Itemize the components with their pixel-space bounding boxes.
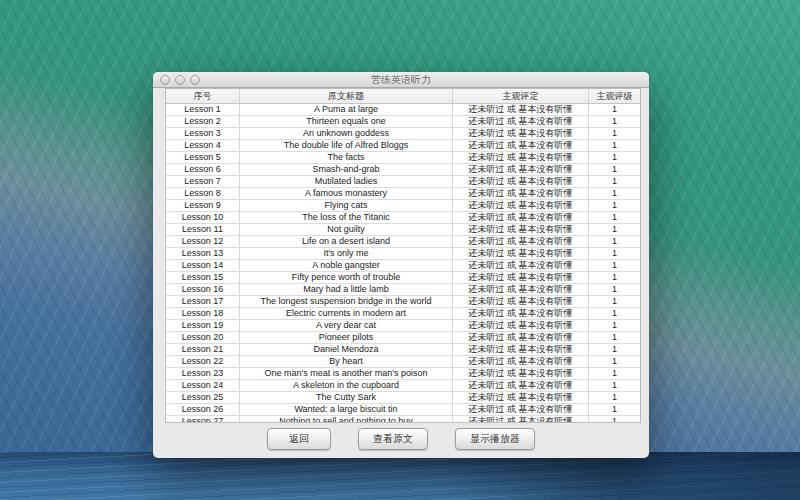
cell-rating: 1 (589, 416, 640, 423)
cell-title: Mary had a little lamb (240, 284, 453, 295)
cell-rating: 1 (589, 344, 640, 355)
cell-assessment: 还未听过 或 基本没有听懂 (453, 308, 589, 319)
cell-title: An unknown goddess (240, 128, 453, 139)
cell-assessment: 还未听过 或 基本没有听懂 (453, 260, 589, 271)
table-row[interactable]: Lesson 9Flying cats还未听过 或 基本没有听懂1 (166, 200, 640, 212)
cell-assessment: 还未听过 或 基本没有听懂 (453, 380, 589, 391)
cell-title: Daniel Mendoza (240, 344, 453, 355)
cell-assessment: 还未听过 或 基本没有听懂 (453, 236, 589, 247)
cell-num: Lesson 11 (166, 224, 240, 235)
cell-title: The facts (240, 152, 453, 163)
cell-num: Lesson 9 (166, 200, 240, 211)
cell-rating: 1 (589, 356, 640, 367)
titlebar[interactable]: 苦练英语听力 (153, 72, 649, 88)
cell-title: Smash-and-grab (240, 164, 453, 175)
cell-assessment: 还未听过 或 基本没有听懂 (453, 416, 589, 423)
table-row[interactable]: Lesson 10The loss of the Titanic还未听过 或 基… (166, 212, 640, 224)
cell-num: Lesson 17 (166, 296, 240, 307)
cell-title: Fifty pence worth of trouble (240, 272, 453, 283)
table-row[interactable]: Lesson 2Thirteen equals one还未听过 或 基本没有听懂… (166, 116, 640, 128)
view-original-text-button[interactable]: 查看原文 (358, 428, 428, 450)
cell-title: Nothing to sell and nothing to buy (240, 416, 453, 423)
app-window: 苦练英语听力 序号 原文标题 主观评定 主观评级 Lesson 1A Puma … (153, 72, 649, 458)
table-row[interactable]: Lesson 13It's only me还未听过 或 基本没有听懂1 (166, 248, 640, 260)
table-row[interactable]: Lesson 18Electric currents in modern art… (166, 308, 640, 320)
lessons-table: 序号 原文标题 主观评定 主观评级 Lesson 1A Puma at larg… (165, 88, 641, 423)
cell-rating: 1 (589, 224, 640, 235)
table-row[interactable]: Lesson 8A famous monastery还未听过 或 基本没有听懂1 (166, 188, 640, 200)
cell-rating: 1 (589, 380, 640, 391)
cell-num: Lesson 2 (166, 116, 240, 127)
cell-rating: 1 (589, 404, 640, 415)
table-row[interactable]: Lesson 26Wanted: a large biscuit tin还未听过… (166, 404, 640, 416)
cell-rating: 1 (589, 128, 640, 139)
cell-assessment: 还未听过 或 基本没有听懂 (453, 104, 589, 115)
cell-assessment: 还未听过 或 基本没有听懂 (453, 272, 589, 283)
cell-title: A famous monastery (240, 188, 453, 199)
cell-assessment: 还未听过 或 基本没有听懂 (453, 320, 589, 331)
cell-assessment: 还未听过 或 基本没有听懂 (453, 296, 589, 307)
table-row[interactable]: Lesson 17The longest suspension bridge i… (166, 296, 640, 308)
table-row[interactable]: Lesson 22By heart还未听过 或 基本没有听懂1 (166, 356, 640, 368)
cell-num: Lesson 23 (166, 368, 240, 379)
table-row[interactable]: Lesson 6Smash-and-grab还未听过 或 基本没有听懂1 (166, 164, 640, 176)
table-row[interactable]: Lesson 4The double life of Alfred Bloggs… (166, 140, 640, 152)
cell-title: Not guilty (240, 224, 453, 235)
cell-title: Thirteen equals one (240, 116, 453, 127)
cell-title: A skeleton in the cupboard (240, 380, 453, 391)
cell-num: Lesson 4 (166, 140, 240, 151)
cell-rating: 1 (589, 368, 640, 379)
cell-assessment: 还未听过 或 基本没有听懂 (453, 140, 589, 151)
table-row[interactable]: Lesson 14A noble gangster还未听过 或 基本没有听懂1 (166, 260, 640, 272)
cell-num: Lesson 6 (166, 164, 240, 175)
table-row[interactable]: Lesson 11Not guilty还未听过 或 基本没有听懂1 (166, 224, 640, 236)
column-header-assessment[interactable]: 主观评定 (453, 89, 589, 103)
back-button[interactable]: 返回 (267, 428, 331, 450)
cell-num: Lesson 12 (166, 236, 240, 247)
cell-assessment: 还未听过 或 基本没有听懂 (453, 224, 589, 235)
column-header-rating[interactable]: 主观评级 (589, 89, 640, 103)
table-row[interactable]: Lesson 15Fifty pence worth of trouble还未听… (166, 272, 640, 284)
cell-title: A very dear cat (240, 320, 453, 331)
cell-title: The longest suspension bridge in the wor… (240, 296, 453, 307)
cell-title: Life on a desert island (240, 236, 453, 247)
cell-assessment: 还未听过 或 基本没有听懂 (453, 176, 589, 187)
table-row[interactable]: Lesson 1A Puma at large还未听过 或 基本没有听懂1 (166, 104, 640, 116)
column-header-title[interactable]: 原文标题 (240, 89, 453, 103)
table-row[interactable]: Lesson 12Life on a desert island还未听过 或 基… (166, 236, 640, 248)
cell-assessment: 还未听过 或 基本没有听懂 (453, 392, 589, 403)
table-row[interactable]: Lesson 3An unknown goddess还未听过 或 基本没有听懂1 (166, 128, 640, 140)
cell-num: Lesson 25 (166, 392, 240, 403)
table-row[interactable]: Lesson 24A skeleton in the cupboard还未听过 … (166, 380, 640, 392)
cell-rating: 1 (589, 284, 640, 295)
window-title: 苦练英语听力 (153, 72, 649, 88)
bottom-button-bar: 返回 查看原文 显示播放器 (153, 428, 649, 450)
cell-title: Mutilated ladies (240, 176, 453, 187)
table-row[interactable]: Lesson 7Mutilated ladies还未听过 或 基本没有听懂1 (166, 176, 640, 188)
cell-title: Electric currents in modern art (240, 308, 453, 319)
column-header-num[interactable]: 序号 (166, 89, 240, 103)
cell-assessment: 还未听过 或 基本没有听懂 (453, 212, 589, 223)
cell-title: The double life of Alfred Bloggs (240, 140, 453, 151)
cell-rating: 1 (589, 188, 640, 199)
cell-rating: 1 (589, 140, 640, 151)
cell-assessment: 还未听过 或 基本没有听懂 (453, 368, 589, 379)
cell-title: One man's meat is another man's poison (240, 368, 453, 379)
cell-assessment: 还未听过 或 基本没有听懂 (453, 248, 589, 259)
cell-rating: 1 (589, 152, 640, 163)
table-row[interactable]: Lesson 16Mary had a little lamb还未听过 或 基本… (166, 284, 640, 296)
table-row[interactable]: Lesson 25The Cutty Sark还未听过 或 基本没有听懂1 (166, 392, 640, 404)
table-row[interactable]: Lesson 27Nothing to sell and nothing to … (166, 416, 640, 423)
cell-rating: 1 (589, 296, 640, 307)
cell-rating: 1 (589, 308, 640, 319)
table-row[interactable]: Lesson 23One man's meat is another man's… (166, 368, 640, 380)
cell-rating: 1 (589, 272, 640, 283)
table-row[interactable]: Lesson 19A very dear cat还未听过 或 基本没有听懂1 (166, 320, 640, 332)
cell-rating: 1 (589, 320, 640, 331)
table-row[interactable]: Lesson 20Pioneer pilots还未听过 或 基本没有听懂1 (166, 332, 640, 344)
show-player-button[interactable]: 显示播放器 (455, 428, 535, 450)
table-row[interactable]: Lesson 5The facts还未听过 或 基本没有听懂1 (166, 152, 640, 164)
cell-assessment: 还未听过 或 基本没有听懂 (453, 284, 589, 295)
table-row[interactable]: Lesson 21Daniel Mendoza还未听过 或 基本没有听懂1 (166, 344, 640, 356)
cell-title: The loss of the Titanic (240, 212, 453, 223)
